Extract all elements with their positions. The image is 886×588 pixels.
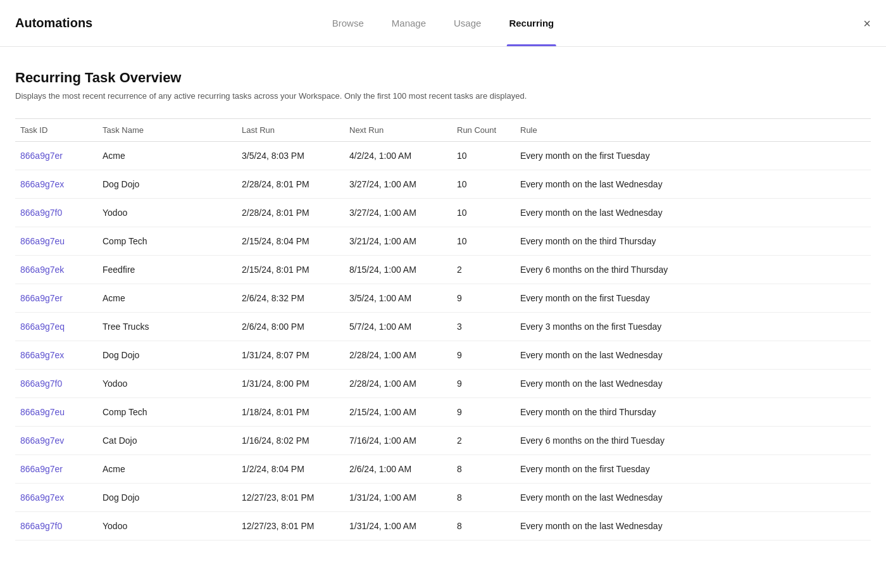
rule-cell: Every month on the first Tuesday <box>515 455 871 484</box>
col-header-task-id: Task ID <box>15 119 97 142</box>
table-row: 866a9g7erAcme1/2/24, 8:04 PM2/6/24, 1:00… <box>15 455 871 484</box>
next-run-cell: 7/16/24, 1:00 AM <box>344 427 452 455</box>
last-run-cell: 2/6/24, 8:00 PM <box>237 313 344 341</box>
table-row: 866a9g7exDog Dojo1/31/24, 8:07 PM2/28/24… <box>15 341 871 370</box>
task-name-cell: Feedfire <box>97 256 237 284</box>
task-id-link[interactable]: 866a9g7ex <box>20 492 64 503</box>
task-name-cell: Dog Dojo <box>97 170 237 199</box>
rule-cell: Every month on the last Wednesday <box>515 170 871 199</box>
task-name-cell: Dog Dojo <box>97 484 237 512</box>
app-title: Automations <box>15 16 116 30</box>
rule-cell: Every month on the last Wednesday <box>515 199 871 227</box>
task-id-link[interactable]: 866a9g7ek <box>20 265 64 275</box>
col-header-rule: Rule <box>515 119 871 142</box>
run-count-cell: 10 <box>452 199 515 227</box>
task-id-link[interactable]: 866a9g7f0 <box>20 208 62 218</box>
table-row: 866a9g7eqTree Trucks2/6/24, 8:00 PM5/7/2… <box>15 313 871 341</box>
last-run-cell: 1/31/24, 8:00 PM <box>237 370 344 398</box>
table-row: 866a9g7erAcme3/5/24, 8:03 PM4/2/24, 1:00… <box>15 142 871 170</box>
col-header-run-count: Run Count <box>452 119 515 142</box>
next-run-cell: 8/15/24, 1:00 AM <box>344 256 452 284</box>
tab-browse[interactable]: Browse <box>330 0 366 46</box>
task-id-link[interactable]: 866a9g7eq <box>20 322 65 332</box>
tab-recurring[interactable]: Recurring <box>506 0 556 46</box>
run-count-cell: 10 <box>452 142 515 170</box>
task-id-link[interactable]: 866a9g7f0 <box>20 378 62 389</box>
section-title: Recurring Task Overview <box>15 70 871 86</box>
next-run-cell: 3/21/24, 1:00 AM <box>344 227 452 256</box>
task-id-link[interactable]: 866a9g7ex <box>20 179 64 189</box>
next-run-cell: 2/28/24, 1:00 AM <box>344 341 452 370</box>
table-header-row: Task ID Task Name Last Run Next Run Run … <box>15 119 871 142</box>
close-button[interactable]: × <box>863 17 871 30</box>
run-count-cell: 8 <box>452 484 515 512</box>
task-id-link[interactable]: 866a9g7er <box>20 151 63 161</box>
rule-cell: Every month on the first Tuesday <box>515 142 871 170</box>
next-run-cell: 2/28/24, 1:00 AM <box>344 370 452 398</box>
task-name-cell: Comp Tech <box>97 227 237 256</box>
task-name-cell: Dog Dojo <box>97 341 237 370</box>
run-count-cell: 10 <box>452 170 515 199</box>
section-description: Displays the most recent recurrence of a… <box>15 91 871 101</box>
rule-cell: Every month on the last Wednesday <box>515 341 871 370</box>
table-row: 866a9g7f0Yodoo12/27/23, 8:01 PM1/31/24, … <box>15 512 871 541</box>
task-id-link[interactable]: 866a9g7eu <box>20 407 65 417</box>
task-id-link[interactable]: 866a9g7ex <box>20 350 64 360</box>
table-row: 866a9g7euComp Tech2/15/24, 8:04 PM3/21/2… <box>15 227 871 256</box>
next-run-cell: 3/27/24, 1:00 AM <box>344 199 452 227</box>
next-run-cell: 1/31/24, 1:00 AM <box>344 512 452 541</box>
rule-cell: Every month on the last Wednesday <box>515 370 871 398</box>
rule-cell: Every 6 months on the third Thursday <box>515 256 871 284</box>
task-name-cell: Cat Dojo <box>97 427 237 455</box>
task-id-link[interactable]: 866a9g7er <box>20 293 63 303</box>
task-name-cell: Yodoo <box>97 512 237 541</box>
recurring-table: Task ID Task Name Last Run Next Run Run … <box>15 118 871 541</box>
next-run-cell: 2/6/24, 1:00 AM <box>344 455 452 484</box>
rule-cell: Every 3 months on the first Tuesday <box>515 313 871 341</box>
last-run-cell: 12/27/23, 8:01 PM <box>237 512 344 541</box>
next-run-cell: 3/5/24, 1:00 AM <box>344 284 452 313</box>
last-run-cell: 2/28/24, 8:01 PM <box>237 199 344 227</box>
run-count-cell: 8 <box>452 512 515 541</box>
task-id-link[interactable]: 866a9g7eu <box>20 236 65 246</box>
last-run-cell: 1/2/24, 8:04 PM <box>237 455 344 484</box>
rule-cell: Every month on the first Tuesday <box>515 284 871 313</box>
table-row: 866a9g7f0Yodoo2/28/24, 8:01 PM3/27/24, 1… <box>15 199 871 227</box>
table-row: 866a9g7f0Yodoo1/31/24, 8:00 PM2/28/24, 1… <box>15 370 871 398</box>
app-header: Automations Browse Manage Usage Recurrin… <box>0 0 886 47</box>
last-run-cell: 1/31/24, 8:07 PM <box>237 341 344 370</box>
run-count-cell: 2 <box>452 427 515 455</box>
run-count-cell: 2 <box>452 256 515 284</box>
task-name-cell: Tree Trucks <box>97 313 237 341</box>
last-run-cell: 2/28/24, 8:01 PM <box>237 170 344 199</box>
next-run-cell: 5/7/24, 1:00 AM <box>344 313 452 341</box>
col-header-task-name: Task Name <box>97 119 237 142</box>
next-run-cell: 4/2/24, 1:00 AM <box>344 142 452 170</box>
task-id-link[interactable]: 866a9g7f0 <box>20 521 62 531</box>
recurring-table-wrapper: Task ID Task Name Last Run Next Run Run … <box>15 118 871 541</box>
run-count-cell: 9 <box>452 284 515 313</box>
run-count-cell: 3 <box>452 313 515 341</box>
run-count-cell: 10 <box>452 227 515 256</box>
last-run-cell: 2/6/24, 8:32 PM <box>237 284 344 313</box>
task-id-link[interactable]: 866a9g7er <box>20 464 63 474</box>
last-run-cell: 3/5/24, 8:03 PM <box>237 142 344 170</box>
table-row: 866a9g7evCat Dojo1/16/24, 8:02 PM7/16/24… <box>15 427 871 455</box>
rule-cell: Every 6 months on the third Tuesday <box>515 427 871 455</box>
last-run-cell: 1/16/24, 8:02 PM <box>237 427 344 455</box>
tab-manage[interactable]: Manage <box>389 0 428 46</box>
run-count-cell: 9 <box>452 341 515 370</box>
rule-cell: Every month on the last Wednesday <box>515 512 871 541</box>
tab-usage[interactable]: Usage <box>451 0 484 46</box>
col-header-next-run: Next Run <box>344 119 452 142</box>
task-name-cell: Acme <box>97 284 237 313</box>
task-name-cell: Yodoo <box>97 370 237 398</box>
rule-cell: Every month on the third Thursday <box>515 227 871 256</box>
last-run-cell: 2/15/24, 8:01 PM <box>237 256 344 284</box>
task-id-link[interactable]: 866a9g7ev <box>20 435 64 446</box>
rule-cell: Every month on the last Wednesday <box>515 484 871 512</box>
last-run-cell: 12/27/23, 8:01 PM <box>237 484 344 512</box>
table-row: 866a9g7exDog Dojo2/28/24, 8:01 PM3/27/24… <box>15 170 871 199</box>
next-run-cell: 1/31/24, 1:00 AM <box>344 484 452 512</box>
rule-cell: Every month on the third Thursday <box>515 398 871 427</box>
